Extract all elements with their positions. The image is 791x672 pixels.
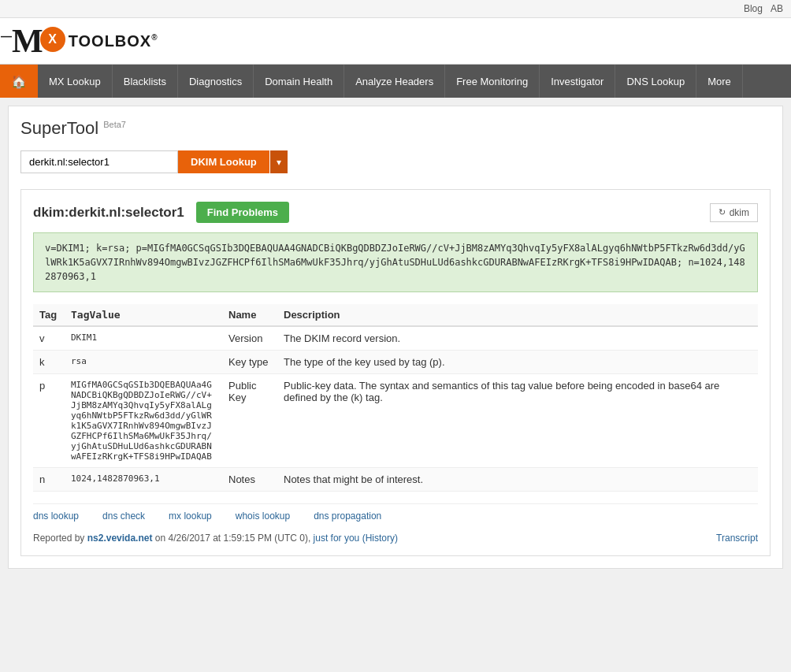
search-input[interactable]	[20, 150, 178, 173]
nav-item-mx-lookup[interactable]: MX Lookup	[38, 65, 113, 98]
dkim-raw-value: v=DKIM1; k=rsa; p=MIGfMA0GCSqGSIb3DQEBAQ…	[33, 232, 758, 292]
nav-item-analyze-headers[interactable]: Analyze Headers	[344, 65, 445, 98]
col-name: Name	[222, 304, 277, 326]
home-icon: 🏠	[11, 74, 27, 89]
cell-tag: v	[33, 326, 65, 351]
reported-info: Reported by ns2.vevida.net on 4/26/2017 …	[33, 533, 398, 544]
on-text: on 4/26/2017 at	[155, 533, 221, 544]
result-header: dkim:derkit.nl:selector1 Find Problems ↻…	[33, 202, 758, 223]
table-row: v DKIM1 Version The DKIM record version.	[33, 326, 758, 351]
table-row: k rsa Key type The type of the key used …	[33, 351, 758, 374]
cell-tag: n	[33, 468, 65, 492]
dropdown-chevron-icon: ▾	[277, 157, 281, 168]
nav-home-button[interactable]: 🏠	[0, 65, 38, 98]
blog-link[interactable]: Blog	[744, 3, 763, 14]
main-content: SuperTool Beta7 DKIM Lookup ▾ dkim:derki…	[8, 106, 783, 569]
logo-x-circle: X	[40, 27, 65, 52]
cell-tagvalue: 1024,1482870963,1	[65, 468, 222, 492]
nav-item-investigator[interactable]: Investigator	[540, 65, 615, 98]
cell-description: The DKIM record version.	[277, 326, 758, 351]
nav-item-free-monitoring[interactable]: Free Monitoring	[445, 65, 540, 98]
table-row: n 1024,1482870963,1 Notes Notes that mig…	[33, 468, 758, 492]
cell-name: Key type	[222, 351, 277, 374]
dkim-badge-label: dkim	[730, 207, 749, 218]
dns-check-link[interactable]: dns check	[102, 510, 145, 522]
whois-lookup-link[interactable]: whois lookup	[236, 510, 290, 522]
footer-links: dns lookup dns check mx lookup whois loo…	[33, 503, 758, 528]
dns-propagation-link[interactable]: dns propagation	[314, 510, 381, 522]
cell-description: Notes that might be of interest.	[277, 468, 758, 492]
dkim-lookup-button[interactable]: DKIM Lookup	[178, 150, 269, 173]
cell-name: Public Key	[222, 374, 277, 468]
results-section: dkim:derkit.nl:selector1 Find Problems ↻…	[20, 189, 771, 556]
history-link[interactable]: (History)	[362, 533, 398, 544]
logo-m: M	[12, 24, 43, 58]
col-description: Description	[277, 304, 758, 326]
table-row: p MIGfMA0GCSqGSIb3DQEBAQUAa4GNADCBiQKBgQ…	[33, 374, 758, 468]
nav-item-diagnostics[interactable]: Diagnostics	[178, 65, 254, 98]
search-btn-group: DKIM Lookup ▾	[178, 150, 288, 173]
supertool-title: SuperTool Beta7	[20, 118, 771, 139]
search-bar: DKIM Lookup ▾	[20, 150, 771, 173]
nav-item-blacklists[interactable]: Blacklists	[113, 65, 178, 98]
logo-toolbox-text: TOOLBOX®	[69, 32, 158, 50]
dns-lookup-link[interactable]: dns lookup	[33, 510, 79, 522]
logo-reg: ®	[151, 33, 158, 42]
cell-tagvalue: rsa	[65, 351, 222, 374]
nav-item-more[interactable]: More	[696, 65, 743, 98]
cell-tagvalue: MIGfMA0GCSqGSIb3DQEBAQUAa4GNADCBiQKBgQDB…	[65, 374, 222, 468]
supertool-beta: Beta7	[103, 120, 126, 129]
cell-tagvalue: DKIM1	[65, 326, 222, 351]
footer-text: Reported by ns2.vevida.net on 4/26/2017 …	[33, 533, 758, 544]
report-time: 1:59:15 PM (UTC 0),	[224, 533, 311, 544]
reported-by-label: Reported by	[33, 533, 84, 544]
cell-name: Version	[222, 326, 277, 351]
transcript-link[interactable]: Transcript	[716, 533, 758, 544]
refresh-icon: ↻	[719, 207, 726, 217]
cell-tag: k	[33, 351, 65, 374]
top-bar: Blog AB	[0, 0, 791, 18]
reported-by-server[interactable]: ns2.vevida.net	[87, 533, 153, 544]
nav-item-dns-lookup[interactable]: DNS Lookup	[615, 65, 696, 98]
logo: M X TOOLBOX®	[12, 24, 158, 58]
cell-name: Notes	[222, 468, 277, 492]
col-tag: Tag	[33, 304, 65, 326]
cell-tag: p	[33, 374, 65, 468]
supertool-title-text: SuperTool	[20, 118, 98, 138]
cell-description: The type of the key used by tag (p).	[277, 351, 758, 374]
lookup-dropdown-button[interactable]: ▾	[269, 150, 288, 173]
header: M X TOOLBOX®	[0, 18, 791, 65]
table-header-row: Tag TagValue Name Description	[33, 304, 758, 326]
mx-lookup-link[interactable]: mx lookup	[169, 510, 212, 522]
table-body: v DKIM1 Version The DKIM record version.…	[33, 326, 758, 492]
result-title: dkim:derkit.nl:selector1	[33, 205, 184, 221]
col-tagvalue: TagValue	[65, 304, 222, 326]
main-nav: 🏠 MX Lookup Blacklists Diagnostics Domai…	[0, 65, 791, 98]
dkim-badge: ↻ dkim	[710, 203, 758, 222]
ab-link[interactable]: AB	[771, 3, 783, 14]
find-problems-button[interactable]: Find Problems	[196, 202, 289, 223]
cell-description: Public-key data. The syntax and semantic…	[277, 374, 758, 468]
nav-item-domain-health[interactable]: Domain Health	[254, 65, 344, 98]
dkim-table: Tag TagValue Name Description v DKIM1 Ve…	[33, 304, 758, 492]
just-for-you-link[interactable]: just for you	[314, 533, 360, 544]
